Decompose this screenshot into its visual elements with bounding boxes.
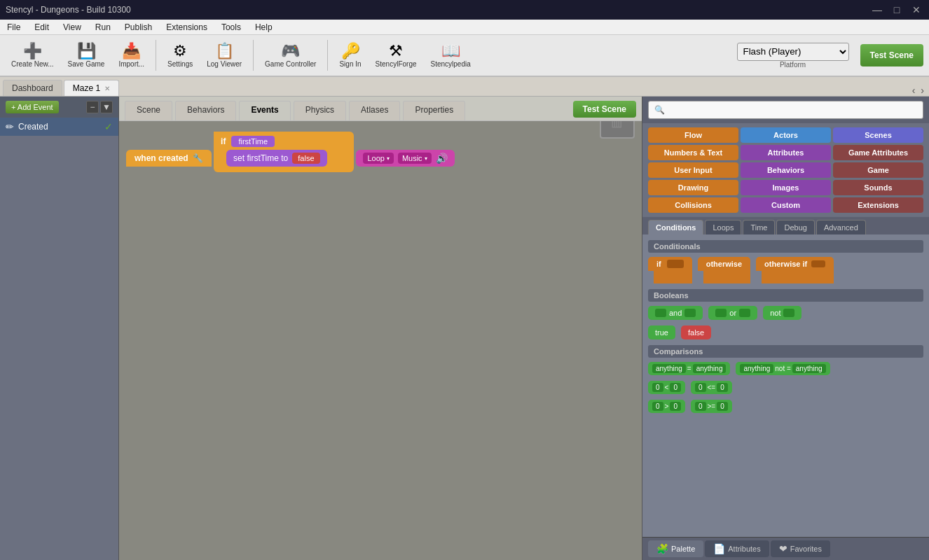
platform-dropdown[interactable]: Flash (Player) HTML5 iOS Android bbox=[737, 43, 849, 61]
pb-false[interactable]: false bbox=[681, 326, 711, 340]
false-block[interactable]: false bbox=[292, 153, 319, 164]
menu-edit[interactable]: Edit bbox=[27, 21, 56, 34]
settings-button[interactable]: ⚙ Settings bbox=[162, 41, 198, 71]
tab-prev-button[interactable]: ‹ bbox=[910, 85, 918, 96]
close-button[interactable]: ✕ bbox=[909, 4, 923, 15]
canvas-area: Scene Behaviors Events Physics Atlases P… bbox=[119, 97, 642, 560]
sidebar-up-button[interactable]: − bbox=[86, 101, 99, 113]
cat-collisions-button[interactable]: Collisions bbox=[648, 197, 738, 213]
scene-tab-events[interactable]: Events bbox=[239, 101, 290, 120]
cat-actors-button[interactable]: Actors bbox=[741, 127, 831, 143]
sub-tab-advanced[interactable]: Advanced bbox=[816, 220, 866, 234]
pb-not[interactable]: not bbox=[763, 306, 801, 320]
condition-block[interactable]: firstTime bbox=[231, 136, 275, 147]
platform-text-label: Platform bbox=[780, 61, 806, 69]
menu-file[interactable]: File bbox=[0, 21, 27, 34]
pb-gt[interactable]: 0 > 0 bbox=[648, 400, 685, 413]
menu-help[interactable]: Help bbox=[248, 21, 280, 34]
pb-or[interactable]: or bbox=[708, 306, 757, 320]
search-bar-area bbox=[642, 97, 929, 123]
cat-game-attributes-button[interactable]: Game Attributes bbox=[833, 145, 923, 160]
menu-run[interactable]: Run bbox=[88, 21, 118, 34]
sub-tab-time[interactable]: Time bbox=[743, 220, 775, 234]
pb-otherwise[interactable]: otherwise bbox=[698, 257, 750, 284]
event-item-created[interactable]: ✏ Created ✓ bbox=[0, 118, 118, 136]
toolbar-separator-2 bbox=[253, 40, 254, 71]
cat-scenes-button[interactable]: Scenes bbox=[833, 127, 923, 143]
cat-flow-button[interactable]: Flow bbox=[648, 127, 738, 143]
pb-anything-neq[interactable]: anything not = anything bbox=[736, 362, 830, 375]
tab-dashboard[interactable]: Dashboard bbox=[3, 80, 62, 96]
pb-and[interactable]: and bbox=[648, 306, 703, 320]
pb-lt[interactable]: 0 < 0 bbox=[648, 381, 685, 394]
menu-tools[interactable]: Tools bbox=[214, 21, 248, 34]
right-panel: Flow Actors Scenes Numbers & Text Attrib… bbox=[642, 97, 929, 560]
game-controller-button[interactable]: 🎮 Game Controller bbox=[259, 41, 322, 71]
pb-otherwise-if[interactable]: otherwise if bbox=[756, 257, 834, 284]
cat-custom-button[interactable]: Custom bbox=[741, 197, 831, 213]
when-created-label: when created bbox=[135, 153, 188, 163]
test-scene-button[interactable]: Test Scene bbox=[860, 44, 923, 66]
cat-numbers-button[interactable]: Numbers & Text bbox=[648, 145, 738, 160]
tab-next-button[interactable]: › bbox=[918, 85, 926, 96]
palette-icon: 🧩 bbox=[656, 543, 668, 554]
stencylpedia-button[interactable]: 📖 Stencylpedia bbox=[425, 41, 476, 71]
menu-extensions[interactable]: Extensions bbox=[159, 21, 214, 34]
create-new-button[interactable]: ➕ Create New... bbox=[6, 41, 60, 71]
save-label: Save Game bbox=[68, 60, 105, 68]
save-game-button[interactable]: 💾 Save Game bbox=[62, 41, 111, 71]
cat-user-input-button[interactable]: User Input bbox=[648, 162, 738, 178]
music-dropdown[interactable]: Music ▾ bbox=[398, 153, 432, 164]
maximize-button[interactable]: □ bbox=[890, 4, 904, 15]
scene-tab-scene[interactable]: Scene bbox=[125, 101, 172, 120]
pb-anything-eq[interactable]: anything = anything bbox=[648, 362, 730, 375]
cat-drawing-button[interactable]: Drawing bbox=[648, 180, 738, 195]
loop-dropdown[interactable]: Loop ▾ bbox=[363, 153, 393, 164]
toolbar-separator-3 bbox=[327, 40, 328, 71]
tab-maze1-close[interactable]: ✕ bbox=[104, 85, 110, 92]
loop-dropdown-arrow: ▾ bbox=[387, 155, 390, 162]
cat-images-button[interactable]: Images bbox=[741, 180, 831, 195]
pb-if[interactable]: if bbox=[648, 257, 692, 284]
import-button[interactable]: 📥 Import... bbox=[113, 41, 150, 71]
sub-tab-loops[interactable]: Loops bbox=[705, 220, 741, 234]
set-block[interactable]: set firstTime to false bbox=[226, 150, 326, 167]
and-slot-left bbox=[655, 309, 666, 317]
settings-label: Settings bbox=[167, 60, 193, 68]
pb-gte[interactable]: 0 >= 0 bbox=[691, 400, 732, 413]
add-event-button[interactable]: + Add Event bbox=[6, 101, 59, 113]
music-block[interactable]: Loop ▾ Music ▾ 🔊 bbox=[356, 150, 454, 167]
pb-lte[interactable]: 0 <= 0 bbox=[691, 381, 732, 394]
tab-maze1[interactable]: Maze 1 ✕ bbox=[64, 80, 119, 96]
cat-attributes-button[interactable]: Attributes bbox=[741, 145, 831, 160]
and-slot-right bbox=[684, 309, 696, 317]
sub-tab-conditions[interactable]: Conditions bbox=[648, 220, 703, 234]
platform-select-group: Flash (Player) HTML5 iOS Android Platfor… bbox=[737, 43, 923, 69]
stencylforge-button[interactable]: ⚒ StencylForge bbox=[370, 41, 422, 71]
booleans-row-2: true false bbox=[648, 326, 923, 340]
bottom-tab-attributes[interactable]: 📄 Attributes bbox=[705, 540, 769, 557]
app-title: Stencyl - Dungeons - Build 10300 bbox=[6, 5, 870, 15]
sub-tab-debug[interactable]: Debug bbox=[776, 220, 814, 234]
scene-tab-behaviors[interactable]: Behaviors bbox=[175, 101, 236, 120]
search-input[interactable] bbox=[648, 101, 923, 119]
test-scene-canvas-button[interactable]: Test Scene bbox=[573, 101, 636, 118]
menu-publish[interactable]: Publish bbox=[118, 21, 159, 34]
cat-behaviors-button[interactable]: Behaviors bbox=[741, 162, 831, 178]
when-created-block[interactable]: when created 🔧 bbox=[126, 150, 212, 167]
cat-game-button[interactable]: Game bbox=[833, 162, 923, 178]
minimize-button[interactable]: — bbox=[870, 4, 884, 15]
scene-tab-atlases[interactable]: Atlases bbox=[349, 101, 400, 120]
pb-true[interactable]: true bbox=[648, 326, 675, 340]
bottom-tab-favorites[interactable]: ❤ Favorites bbox=[771, 540, 830, 557]
bottom-tab-palette[interactable]: 🧩 Palette bbox=[648, 540, 703, 557]
sidebar-down-button[interactable]: ▼ bbox=[100, 101, 113, 113]
sign-in-button[interactable]: 🔑 Sign In bbox=[333, 41, 366, 71]
cat-sounds-button[interactable]: Sounds bbox=[833, 180, 923, 195]
scene-tab-physics[interactable]: Physics bbox=[294, 101, 346, 120]
menu-view[interactable]: View bbox=[56, 21, 88, 34]
scene-tab-properties[interactable]: Properties bbox=[403, 101, 465, 120]
title-bar: Stencyl - Dungeons - Build 10300 — □ ✕ bbox=[0, 0, 929, 20]
log-viewer-button[interactable]: 📋 Log Viewer bbox=[201, 41, 247, 71]
cat-extensions-button[interactable]: Extensions bbox=[833, 197, 923, 213]
